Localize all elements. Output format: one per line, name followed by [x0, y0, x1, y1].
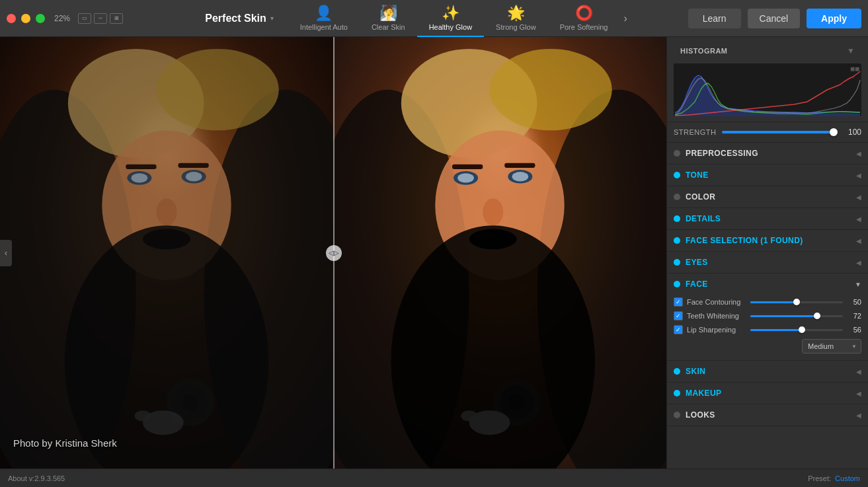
status-bar-right: Preset: Custom	[808, 474, 860, 482]
section-color: COLOR ◀	[667, 186, 868, 208]
teeth-whitening-label: Teeth Whitening	[687, 312, 746, 320]
tab-healthy-glow[interactable]: ✨ Healthy Glow	[417, 0, 484, 37]
learn-button[interactable]: Learn	[688, 9, 741, 28]
color-arrow: ◀	[856, 194, 861, 201]
strong-glow-icon: 🌟	[507, 5, 525, 22]
preset-dropdown-arrow: ▾	[270, 15, 274, 22]
face-contouring-checkbox[interactable]: ✓	[674, 297, 683, 307]
section-tone: TONE ◀	[667, 165, 868, 186]
strength-thumb[interactable]	[830, 128, 838, 136]
lip-sharpening-row: ✓ Lip Sharpening 56	[674, 325, 861, 334]
tab-intelligent-auto[interactable]: 👤 Intelligent Auto	[288, 0, 360, 37]
svg-rect-11	[126, 165, 156, 169]
tab-clear-skin[interactable]: 🧖 Clear Skin	[360, 0, 417, 37]
strength-slider[interactable]	[722, 131, 838, 133]
color-title: COLOR	[686, 192, 856, 202]
lip-sharpening-dropdown-value: Medium	[808, 342, 834, 350]
makeup-header[interactable]: MAKEUP ◀	[667, 383, 868, 404]
tabs-next-arrow[interactable]: ›	[619, 13, 631, 24]
split-divider[interactable]: ◁▷	[333, 37, 335, 468]
lip-sharpening-thumb[interactable]	[799, 326, 805, 333]
strength-label: STRENGTH	[674, 128, 717, 136]
face-dot	[674, 281, 680, 287]
lip-sharpening-value: 56	[847, 326, 861, 334]
teeth-whitening-thumb[interactable]	[814, 313, 820, 319]
tab-pore-softening-label: Pore Softening	[560, 23, 608, 31]
details-dot	[674, 215, 680, 222]
tone-header[interactable]: TONE ◀	[667, 165, 868, 186]
svg-point-13	[157, 198, 177, 225]
split-handle[interactable]: ◁▷	[326, 245, 342, 261]
face-selection-title: FACE SELECTION (1 found)	[686, 236, 856, 245]
clear-skin-icon: 🧖	[379, 5, 397, 22]
right-panel: HISTOGRAM ▼ ◼◼	[666, 37, 868, 468]
face-selection-dot	[674, 237, 680, 244]
face-selection-header[interactable]: FACE SELECTION (1 found) ◀	[667, 230, 868, 251]
skin-dot	[674, 368, 680, 375]
photo-before	[0, 37, 333, 468]
main-content: ◁▷	[0, 37, 868, 468]
preprocessing-dot	[674, 150, 680, 157]
top-bar: 22% ▭ ▫▫ ⊞ Perfect Skin ▾ 👤 Intelligent …	[0, 0, 868, 37]
maximize-button[interactable]	[36, 14, 45, 23]
photo-after	[333, 37, 666, 468]
svg-point-9	[132, 173, 148, 182]
preprocessing-header[interactable]: PREPROCESSING ◀	[667, 143, 868, 164]
tab-strong-glow[interactable]: 🌟 Strong Glow	[484, 0, 548, 37]
apply-button[interactable]: Apply	[807, 9, 861, 28]
canvas-area[interactable]: ◁▷	[0, 37, 666, 468]
face-contouring-thumb[interactable]	[793, 299, 800, 305]
teeth-whitening-checkbox[interactable]: ✓	[674, 311, 683, 320]
preprocessing-title: PREPROCESSING	[686, 149, 856, 158]
lip-sharpening-dropdown[interactable]: Medium	[802, 339, 861, 354]
top-bar-right: Learn Cancel Apply	[690, 9, 861, 28]
view-compare[interactable]: ⊞	[110, 13, 123, 24]
tab-pore-softening[interactable]: ⭕ Pore Softening	[548, 0, 620, 37]
skin-header[interactable]: SKIN ◀	[667, 361, 868, 382]
histogram-section: HISTOGRAM ▼ ◼◼	[667, 37, 868, 122]
tab-intelligent-auto-label: Intelligent Auto	[300, 23, 348, 31]
window-controls: 22% ▭ ▫▫ ⊞	[7, 13, 139, 24]
face-header[interactable]: FACE ▼	[667, 274, 868, 295]
color-header[interactable]: COLOR ◀	[667, 186, 868, 207]
section-details: DETAILS ◀	[667, 208, 868, 230]
lip-sharpening-checkbox[interactable]: ✓	[674, 325, 683, 334]
section-skin: SKIN ◀	[667, 361, 868, 383]
view-split[interactable]: ▫▫	[94, 13, 107, 24]
skin-title: SKIN	[686, 367, 856, 376]
makeup-dot	[674, 390, 680, 396]
section-makeup: MAKEUP ◀	[667, 383, 868, 404]
makeup-arrow: ◀	[856, 390, 861, 397]
face-body: ✓ Face Contouring 50 ✓ Teeth Whiten	[667, 295, 868, 360]
close-button[interactable]	[7, 14, 16, 23]
lip-sharpening-slider[interactable]	[750, 329, 843, 331]
strength-row: STRENGTH 100	[667, 122, 868, 143]
skin-arrow: ◀	[856, 368, 861, 375]
view-single[interactable]: ▭	[78, 13, 91, 24]
face-selection-arrow: ◀	[856, 237, 861, 244]
histogram-header[interactable]: HISTOGRAM ▼	[674, 42, 861, 59]
view-icons: ▭ ▫▫ ⊞	[78, 13, 123, 24]
panel-toggle-left[interactable]: ‹	[0, 240, 12, 266]
face-contouring-row: ✓ Face Contouring 50	[674, 297, 861, 307]
looks-arrow: ◀	[856, 412, 861, 419]
preset-value: Custom	[835, 474, 860, 482]
version-label: About v:2.9.3.565	[8, 474, 65, 482]
minimize-button[interactable]	[21, 14, 30, 23]
tone-dot	[674, 172, 680, 178]
details-header[interactable]: DETAILS ◀	[667, 208, 868, 229]
face-contouring-slider[interactable]	[750, 301, 843, 303]
teeth-whitening-slider[interactable]	[750, 315, 843, 317]
preset-name-box[interactable]: Perfect Skin ▾	[197, 10, 281, 27]
tab-clear-skin-label: Clear Skin	[372, 23, 405, 31]
cancel-button[interactable]: Cancel	[748, 9, 801, 28]
strength-value: 100	[843, 128, 861, 137]
looks-header[interactable]: LOOKS ◀	[667, 404, 868, 426]
eyes-dot	[674, 259, 680, 266]
face-title: FACE	[686, 280, 855, 289]
eyes-header[interactable]: EYES ◀	[667, 252, 868, 273]
details-arrow: ◀	[856, 215, 861, 223]
teeth-whitening-fill	[750, 315, 817, 317]
status-bar: About v:2.9.3.565 Preset: Custom	[0, 468, 868, 487]
section-looks: LOOKS ◀	[667, 404, 868, 426]
